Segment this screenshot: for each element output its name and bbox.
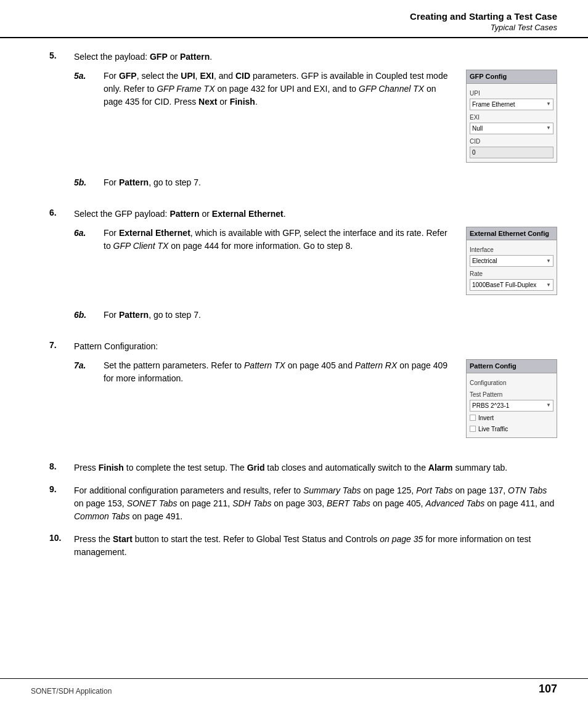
pattern-live-traffic-row: Live Traffic: [470, 424, 553, 434]
page-footer: SONET/SDH Application 107: [0, 678, 588, 696]
page-header: Creating and Starting a Test Case Typica…: [0, 0, 588, 38]
main-content: 5. Select the payload: GFP or Pattern. 5…: [0, 51, 588, 559]
step-6b: 6b. For Pattern, go to step 7.: [74, 309, 557, 322]
ext-rate-label: Rate: [470, 269, 553, 278]
footer-page-number: 107: [539, 683, 557, 696]
step-6-number: 6.: [49, 208, 74, 331]
ext-rate-dropdown[interactable]: 1000BaseT Full-Duplex: [470, 279, 553, 291]
step-7a-number: 7a.: [74, 359, 104, 443]
step-8-number: 8.: [49, 461, 74, 474]
gfp-config-body: UPI Frame Ethernet EXI Null CID 0: [467, 84, 557, 162]
step-7-number: 7.: [49, 340, 74, 452]
step-5a: 5a. GFP Config UPI Frame Ethernet EXI Nu…: [74, 70, 557, 168]
header-subtitle: Typical Test Cases: [491, 23, 557, 32]
step-5-substeps: 5a. GFP Config UPI Frame Ethernet EXI Nu…: [74, 70, 557, 189]
ext-ethernet-config-title: External Ethernet Config: [467, 227, 557, 241]
pattern-test-pattern-label: Test Pattern: [470, 390, 553, 399]
gfp-cid-label: CID: [470, 137, 553, 146]
step-5b-number: 5b.: [74, 176, 104, 189]
step-6a-number: 6a.: [74, 227, 104, 301]
footer-left-text: SONET/SDH Application: [31, 687, 112, 696]
step-6-substeps: 6a. External Ethernet Config Interface E…: [74, 227, 557, 322]
step-5a-body: GFP Config UPI Frame Ethernet EXI Null C…: [104, 70, 557, 168]
step-7-text: Pattern Configuration:: [74, 340, 557, 353]
page-container: Creating and Starting a Test Case Typica…: [0, 0, 588, 714]
ext-ethernet-config-body: Interface Electrical Rate 1000BaseT Full…: [467, 240, 557, 294]
step-6b-number: 6b.: [74, 309, 104, 322]
header-title: Creating and Starting a Test Case: [410, 11, 557, 22]
step-8: 8. Press Finish to complete the test set…: [49, 461, 557, 474]
gfp-exi-dropdown[interactable]: Null: [470, 123, 553, 134]
step-5b: 5b. For Pattern, go to step 7.: [74, 176, 557, 189]
gfp-config-title: GFP Config: [467, 70, 557, 84]
gfp-upi-label: UPI: [470, 89, 553, 98]
step-10: 10. Press the Start button to start the …: [49, 533, 557, 559]
step-5: 5. Select the payload: GFP or Pattern. 5…: [49, 51, 557, 198]
step-5a-number: 5a.: [74, 70, 104, 168]
pattern-test-pattern-dropdown[interactable]: PRBS 2^23-1: [470, 400, 553, 412]
pattern-config-title: Pattern Config: [467, 360, 557, 373]
step-7a: 7a. Pattern Config Configuration Test Pa…: [74, 359, 557, 443]
step-6-body: Select the GFP payload: Pattern or Exter…: [74, 208, 557, 331]
gfp-cid-value: 0: [470, 147, 553, 158]
ext-ethernet-config-panel: External Ethernet Config Interface Elect…: [466, 227, 557, 296]
step-10-body: Press the Start button to start the test…: [74, 533, 557, 559]
gfp-config-panel: GFP Config UPI Frame Ethernet EXI Null C…: [466, 70, 557, 163]
pattern-config-body: Configuration Test Pattern PRBS 2^23-1 I…: [467, 373, 557, 437]
step-9: 9. For additional configuration paramete…: [49, 484, 557, 523]
step-8-body: Press Finish to complete the test setup.…: [74, 461, 557, 474]
ext-interface-dropdown[interactable]: Electrical: [470, 255, 553, 267]
step-5-number: 5.: [49, 51, 74, 198]
gfp-exi-label: EXI: [470, 113, 553, 122]
step-6a-body: External Ethernet Config Interface Elect…: [104, 227, 557, 301]
pattern-invert-label: Invert: [478, 413, 494, 423]
step-7: 7. Pattern Configuration: 7a. Pattern Co…: [49, 340, 557, 452]
step-9-number: 9.: [49, 484, 74, 523]
step-9-body: For additional configuration parameters …: [74, 484, 557, 523]
pattern-config-panel: Pattern Config Configuration Test Patter…: [466, 359, 557, 438]
step-7a-body: Pattern Config Configuration Test Patter…: [104, 359, 557, 443]
step-5b-body: For Pattern, go to step 7.: [104, 176, 557, 189]
ext-interface-label: Interface: [470, 245, 553, 254]
step-6: 6. Select the GFP payload: Pattern or Ex…: [49, 208, 557, 331]
gfp-upi-dropdown[interactable]: Frame Ethernet: [470, 99, 553, 110]
pattern-config-label: Configuration: [470, 378, 553, 387]
step-5-body: Select the payload: GFP or Pattern. 5a. …: [74, 51, 557, 198]
step-7-substeps: 7a. Pattern Config Configuration Test Pa…: [74, 359, 557, 443]
pattern-invert-row: Invert: [470, 413, 553, 423]
step-6b-body: For Pattern, go to step 7.: [104, 309, 557, 322]
pattern-live-traffic-label: Live Traffic: [478, 424, 508, 434]
step-6a: 6a. External Ethernet Config Interface E…: [74, 227, 557, 301]
pattern-invert-checkbox[interactable]: [470, 415, 476, 421]
step-5-text: Select the payload: GFP or Pattern.: [74, 51, 557, 63]
step-10-number: 10.: [49, 533, 74, 559]
pattern-live-traffic-checkbox[interactable]: [470, 426, 476, 432]
step-6-text: Select the GFP payload: Pattern or Exter…: [74, 208, 557, 221]
step-7-body: Pattern Configuration: 7a. Pattern Confi…: [74, 340, 557, 452]
